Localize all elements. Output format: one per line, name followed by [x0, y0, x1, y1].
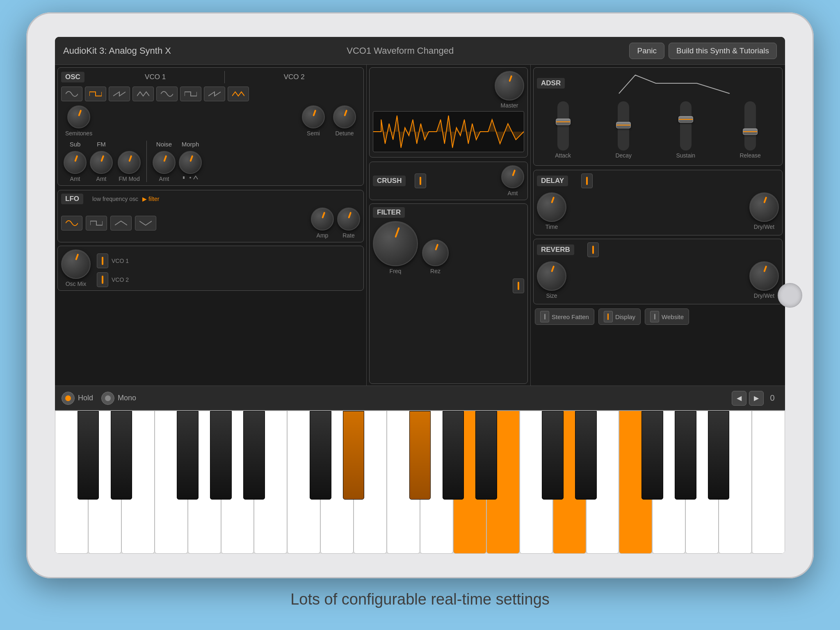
- sustain-thumb[interactable]: [678, 116, 693, 123]
- black-key-asharp-0[interactable]: [243, 411, 265, 500]
- black-key-dsharp-1[interactable]: [343, 411, 365, 500]
- noise-amt-knob[interactable]: [153, 151, 176, 174]
- reverb-toggle[interactable]: [587, 242, 599, 257]
- vco1-semitones-knob[interactable]: [67, 105, 90, 128]
- release-thumb[interactable]: [743, 128, 758, 135]
- black-key-gsharp-2[interactable]: [675, 411, 696, 500]
- crush-amt-label: Amt: [508, 190, 518, 196]
- delay-drywet-knob[interactable]: [749, 192, 779, 222]
- black-key-fsharp-1[interactable]: [409, 411, 431, 500]
- vco2-toggle[interactable]: [97, 272, 108, 287]
- hold-toggle[interactable]: [62, 392, 75, 405]
- black-key-csharp-0[interactable]: [78, 411, 99, 500]
- website-button[interactable]: Website: [645, 308, 689, 325]
- wave-saw-vco1[interactable]: [109, 87, 130, 101]
- crush-amt-knob[interactable]: [501, 165, 524, 188]
- lfo-wave-sine[interactable]: [61, 216, 82, 231]
- attack-slider-group: Attack: [555, 101, 571, 159]
- piano-keyboard: [55, 410, 785, 554]
- delay-time-knob[interactable]: [537, 192, 566, 222]
- build-button[interactable]: Build this Synth & Tutorials: [669, 43, 777, 59]
- black-key-csharp-2[interactable]: [542, 411, 564, 500]
- black-key-asharp-1[interactable]: [475, 411, 497, 500]
- ipad-frame: AudioKit 3: Analog Synth X VCO1 Waveform…: [26, 12, 814, 578]
- wave-tri-vco1[interactable]: [132, 87, 154, 101]
- release-slider-group: Release: [740, 101, 760, 159]
- octave-down-button[interactable]: ◀: [732, 391, 746, 406]
- lfo-rate-knob[interactable]: [337, 208, 360, 231]
- home-button[interactable]: [778, 283, 802, 308]
- panic-button[interactable]: Panic: [629, 43, 664, 59]
- black-key-fsharp-0[interactable]: [177, 411, 199, 500]
- attack-slider[interactable]: [557, 101, 569, 151]
- osc-header: OSC VCO 1 VCO 2: [61, 71, 360, 83]
- attack-thumb[interactable]: [556, 119, 571, 125]
- octave-up-button[interactable]: ▶: [749, 391, 764, 406]
- display-button[interactable]: Display: [598, 308, 641, 325]
- display-toggle[interactable]: [604, 311, 613, 322]
- filter-rez-knob[interactable]: [422, 240, 449, 266]
- master-knob[interactable]: [495, 71, 524, 100]
- filter-freq-knob[interactable]: [373, 221, 418, 266]
- adsr-sliders: Attack Decay: [537, 98, 779, 162]
- decay-thumb[interactable]: [616, 122, 631, 128]
- osc-mix-knob[interactable]: [61, 249, 91, 279]
- vco2-semi-label: Semi: [307, 130, 320, 137]
- filter-toggle[interactable]: [513, 278, 524, 293]
- mono-toggle[interactable]: [101, 392, 114, 405]
- reverb-drywet-knob[interactable]: [749, 261, 779, 291]
- delay-label: DELAY: [537, 176, 568, 186]
- vco2-semi-knob[interactable]: [302, 105, 325, 128]
- filter-knobs: Freq Rez: [373, 221, 524, 274]
- vco2-detune-knob[interactable]: [333, 105, 356, 128]
- svg-rect-0: [183, 176, 185, 179]
- lfo-wave-square[interactable]: [86, 216, 107, 231]
- black-key-fsharp-2[interactable]: [641, 411, 663, 500]
- vco2-mix-label: VCO 2: [112, 276, 129, 283]
- white-key-21[interactable]: [752, 411, 785, 554]
- wave-square-vco2[interactable]: [180, 87, 201, 101]
- wave-tri-vco2[interactable]: [228, 87, 249, 101]
- wave-sine-vco1[interactable]: [61, 87, 82, 101]
- black-key-dsharp-0[interactable]: [111, 411, 132, 500]
- wave-sine-vco2[interactable]: [156, 87, 178, 101]
- sustain-label: Sustain: [676, 152, 695, 159]
- stereo-toggle[interactable]: [540, 311, 549, 322]
- delay-fx-row: Time Dry/Wet: [537, 191, 779, 232]
- black-key-dsharp-2[interactable]: [575, 411, 597, 500]
- lfo-amp-knob[interactable]: [311, 208, 334, 231]
- top-bar: AudioKit 3: Analog Synth X VCO1 Waveform…: [55, 37, 785, 65]
- app-title: AudioKit 3: Analog Synth X: [63, 46, 171, 56]
- delay-drywet-label: Dry/Wet: [754, 224, 774, 230]
- sustain-slider[interactable]: [680, 101, 692, 151]
- crush-toggle[interactable]: [415, 173, 426, 188]
- wave-square-vco1[interactable]: [85, 87, 106, 101]
- waveform-row-vco1: [61, 87, 360, 101]
- black-key-csharp-1[interactable]: [310, 411, 331, 500]
- delay-toggle[interactable]: [581, 173, 593, 188]
- lfo-rate-label: Rate: [342, 232, 355, 239]
- black-key-gsharp-0[interactable]: [210, 411, 232, 500]
- fm-amt-knob[interactable]: [90, 151, 113, 174]
- sub-amt-knob[interactable]: [64, 151, 87, 174]
- morph-knob[interactable]: [179, 151, 202, 174]
- decay-slider[interactable]: [618, 101, 629, 151]
- decay-slider-group: Decay: [615, 101, 632, 159]
- vco1-toggle[interactable]: [97, 253, 108, 268]
- octave-controls: ◀ ▶ 0: [732, 391, 778, 406]
- black-key-asharp-2[interactable]: [708, 411, 730, 500]
- website-toggle[interactable]: [650, 311, 659, 322]
- vco2-label: VCO 2: [228, 73, 360, 81]
- black-key-gsharp-1[interactable]: [443, 411, 464, 500]
- filter-freq-group: Freq: [373, 221, 418, 274]
- wave-saw-vco2[interactable]: [204, 87, 225, 101]
- lfo-label: LFO: [61, 194, 83, 204]
- fm-mod-knob[interactable]: [118, 151, 141, 174]
- lfo-wave-tri[interactable]: [110, 216, 132, 231]
- stereo-fatten-button[interactable]: Stereo Fatten: [535, 308, 594, 325]
- lfo-wave-rev[interactable]: [135, 216, 156, 231]
- release-slider[interactable]: [744, 101, 756, 151]
- lfo-filter-arrow[interactable]: ▶ filter: [142, 196, 159, 202]
- reverb-size-knob[interactable]: [537, 261, 566, 291]
- delay-time-group: Time: [537, 192, 566, 230]
